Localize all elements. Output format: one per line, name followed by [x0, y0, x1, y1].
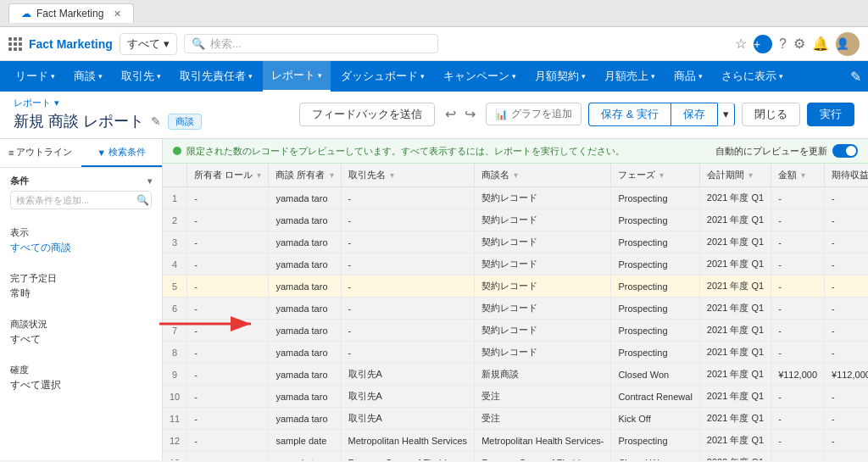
feedback-button[interactable]: フィードバックを送信	[299, 103, 435, 126]
sidebar-item-reports[interactable]: レポート ▾	[263, 61, 331, 92]
save-button[interactable]: 保存	[670, 103, 717, 126]
conditions-search-input[interactable]	[16, 195, 133, 205]
tab-conditions[interactable]: ▼ 検索条件	[81, 139, 163, 167]
nav-chevron-leads: ▾	[51, 72, 55, 81]
sidebar-item-monthly-contracts[interactable]: 月額契約 ▾	[526, 61, 594, 92]
avatar[interactable]: 👤	[836, 32, 860, 56]
nav-chevron-dashboard: ▾	[420, 72, 425, 81]
add-graph-button[interactable]: 📊 グラフを追加	[486, 103, 581, 125]
favorites-icon[interactable]: ☆	[735, 36, 747, 52]
sidebar-item-contacts[interactable]: 取引先責任者 ▾	[171, 61, 261, 92]
table-cell: -	[771, 187, 825, 209]
table-cell: -	[771, 209, 825, 231]
page-title: 新規 商談 レポート	[14, 111, 144, 131]
table-row: 12-sample dateMetropolitan Health Servic…	[163, 430, 868, 452]
help-icon[interactable]: ?	[779, 36, 787, 52]
table-cell: -	[341, 187, 475, 209]
page-title-edit-icon[interactable]: ✎	[151, 114, 161, 128]
col-fiscal-period[interactable]: 会計期間 ▾	[699, 164, 771, 187]
certainty-label: 確度	[10, 364, 152, 376]
search-input[interactable]	[210, 37, 431, 50]
table-cell: 新規商談	[475, 364, 611, 386]
table-cell: 2021 年度 Q1	[699, 342, 771, 364]
sidebar-item-leads[interactable]: リード ▾	[7, 61, 64, 92]
completion-date-value[interactable]: 常時	[10, 287, 152, 301]
notifications-icon[interactable]: 🔔	[812, 36, 829, 52]
table-cell: Metropolitan Health Services	[341, 430, 475, 452]
save-run-button[interactable]: 保存 & 実行	[588, 103, 670, 126]
col-account-name[interactable]: 取引先名 ▾	[341, 164, 475, 187]
col-phase[interactable]: フェーズ ▾	[611, 164, 699, 187]
table-cell: -	[341, 209, 475, 231]
display-value[interactable]: すべての商談	[10, 241, 152, 255]
table-cell: 契約レコード	[475, 231, 611, 253]
table-cell: -	[341, 342, 475, 364]
sidebar-item-more[interactable]: さらに表示 ▾	[713, 61, 792, 92]
table-cell: -	[187, 253, 269, 276]
certainty-section: 確度 すべて選択	[0, 357, 162, 403]
completion-date-section: 完了予定日 常時	[0, 265, 162, 311]
deal-status-value[interactable]: すべて	[10, 332, 152, 347]
certainty-value[interactable]: すべて選択	[10, 378, 152, 392]
sidebar-item-monthly-sales[interactable]: 月額売上 ▾	[596, 61, 664, 92]
browser-tab[interactable]: ☁ Fact Marketing ✕	[8, 3, 134, 23]
sidebar-item-dashboard[interactable]: ダッシュボード ▾	[332, 61, 433, 92]
run-button[interactable]: 実行	[807, 103, 854, 126]
col-deal-owner[interactable]: 商談 所有者 ▾	[269, 164, 341, 187]
table-cell: -	[825, 408, 868, 430]
setup-icon[interactable]: ⚙	[793, 36, 805, 52]
page-header-right: フィードバックを送信 ↩ ↪ 📊 グラフを追加 保存 & 実行 保存 ▾ 閉じる…	[299, 103, 854, 126]
col-deal-name[interactable]: 商談名 ▾	[475, 164, 611, 187]
page-title-row: 新規 商談 レポート ✎ 商談	[14, 111, 202, 131]
breadcrumb-label: レポート	[14, 97, 51, 109]
table-cell: -	[187, 430, 269, 452]
table-cell: -	[341, 320, 475, 342]
table-cell: -	[187, 342, 269, 364]
tab-close-icon[interactable]: ✕	[114, 8, 121, 19]
table-row: 5-yamada taro-契約レコードProspecting2021 年度 Q…	[163, 276, 868, 298]
table-cell: Prospecting	[611, 298, 699, 320]
nav-chevron-campaigns: ▾	[512, 72, 516, 81]
app-logo[interactable]: Fact Marketing	[29, 37, 113, 51]
search-scope-selector[interactable]: すべて ▾	[120, 33, 177, 55]
table-row: 8-yamada taro-契約レコードProspecting2021 年度 Q…	[163, 342, 868, 364]
tab-outline[interactable]: ≡ アウトライン	[0, 139, 81, 167]
app-bar: Fact Marketing すべて ▾ 🔍 ☆ + ? ⚙ 🔔 👤	[0, 27, 868, 61]
sidebar-item-campaigns[interactable]: キャンペーン ▾	[435, 61, 525, 92]
save-button-group: 保存 & 実行 保存 ▾	[588, 103, 735, 126]
table-cell: 2021 年度 Q1	[699, 187, 771, 209]
undo-button[interactable]: ↩	[442, 104, 459, 124]
table-cell: -	[187, 209, 269, 231]
global-search-bar[interactable]: 🔍	[184, 34, 438, 53]
table-cell: -	[187, 187, 269, 209]
save-dropdown-button[interactable]: ▾	[717, 103, 735, 126]
sidebar-item-products[interactable]: 商品 ▾	[665, 61, 711, 92]
table-cell: 9	[163, 364, 187, 386]
nav-chevron-deals: ▾	[98, 72, 103, 81]
col-expected-revenue[interactable]: 期待収益 ▾	[825, 164, 868, 187]
sidebar-item-deals[interactable]: 商談 ▾	[65, 61, 111, 92]
waffle-menu[interactable]	[8, 37, 22, 51]
table-cell: -	[187, 231, 269, 253]
conditions-section-header: 条件 ▾	[10, 175, 152, 187]
table-cell: -	[825, 187, 868, 209]
table-cell: 2021 年度 Q1	[699, 408, 771, 430]
table-cell: Farmers Coop. of Florida	[475, 452, 611, 461]
table-row: 7-yamada taro-契約レコードProspecting2021 年度 Q…	[163, 320, 868, 342]
table-cell: -	[341, 231, 475, 253]
close-button[interactable]: 閉じる	[742, 103, 800, 126]
breadcrumb-chevron: ▾	[54, 97, 59, 109]
table-cell: yamada taro	[269, 408, 341, 430]
auto-preview-toggle[interactable]	[832, 144, 858, 158]
sidebar-item-accounts[interactable]: 取引先 ▾	[113, 61, 170, 92]
table-cell: -	[341, 276, 475, 298]
col-owner-role[interactable]: 所有者 ロール ▾	[187, 164, 269, 187]
add-icon[interactable]: +	[754, 35, 772, 53]
nav-edit-icon[interactable]: ✎	[850, 69, 861, 85]
col-amount[interactable]: 金額 ▾	[771, 164, 825, 187]
table-cell: 契約レコード	[475, 342, 611, 364]
table-cell: -	[825, 209, 868, 231]
redo-button[interactable]: ↪	[461, 104, 479, 124]
breadcrumb[interactable]: レポート ▾	[14, 97, 202, 109]
search-conditions-input[interactable]: 🔍	[10, 191, 152, 209]
